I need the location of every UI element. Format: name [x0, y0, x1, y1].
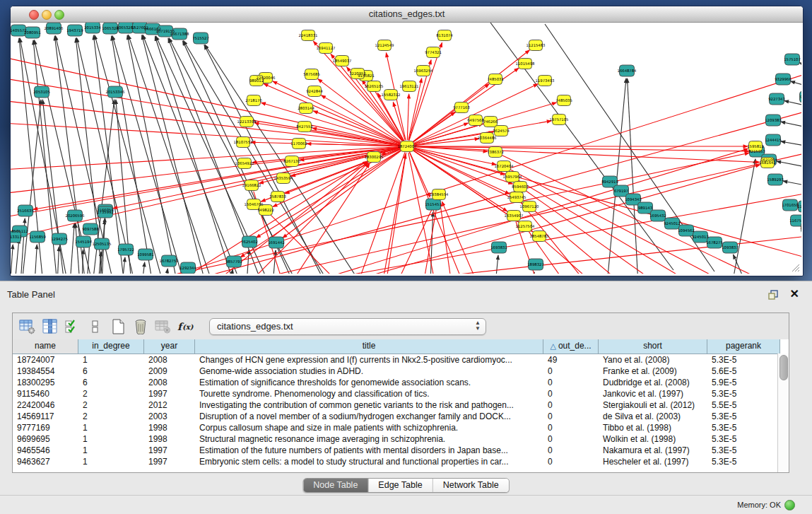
- table-row[interactable]: 1830029562008Estimation of significance …: [13, 377, 789, 388]
- column-header-title[interactable]: title: [195, 339, 543, 354]
- table-cell[interactable]: Embryonic stem cells: a model to study s…: [195, 456, 543, 467]
- table-vertical-scrollbar[interactable]: [777, 354, 789, 472]
- table-cell[interactable]: 0: [543, 433, 599, 445]
- table-row[interactable]: 1872400712008Changes of HCN gene express…: [13, 354, 789, 366]
- table-cell[interactable]: 0: [543, 456, 599, 467]
- column-header-short[interactable]: short: [599, 339, 707, 354]
- table-row[interactable]: 946554611997Estimation of the future num…: [13, 445, 789, 456]
- table-cell[interactable]: 6: [78, 377, 144, 388]
- network-view-window[interactable]: citations_edges.txt 14055722080951208914…: [10, 6, 804, 276]
- table-cell[interactable]: 5.3E-5: [707, 411, 780, 422]
- table-row[interactable]: 1938455462009Genome-wide association stu…: [13, 366, 789, 377]
- close-icon[interactable]: ✕: [790, 287, 799, 300]
- table-cell[interactable]: 0: [543, 445, 599, 456]
- table-row[interactable]: 946362711997Embryonic stem cells: a mode…: [13, 456, 789, 467]
- citation-network-graph[interactable]: 1405572208095120891406194371920153341065…: [11, 23, 801, 274]
- table-row[interactable]: 2242004622012Investigating the contribut…: [13, 399, 789, 411]
- table-cell[interactable]: 9465546: [13, 445, 78, 456]
- table-cell[interactable]: 5.3E-5: [707, 422, 780, 433]
- table-cell[interactable]: 0: [543, 422, 599, 433]
- table-cell[interactable]: 0: [543, 411, 599, 422]
- column-header-year[interactable]: year: [144, 339, 195, 354]
- table-cell[interactable]: 5.3E-5: [707, 445, 780, 456]
- table-cell[interactable]: 0: [543, 366, 599, 377]
- table-cell[interactable]: Wolkin et al. (1998): [599, 433, 707, 445]
- table-cell[interactable]: 18724007: [13, 354, 78, 366]
- resize-grip-icon[interactable]: [790, 262, 800, 272]
- table-cell[interactable]: Changes of HCN gene expression and I(f) …: [195, 354, 543, 366]
- table-cell[interactable]: 2008: [144, 354, 195, 366]
- table-cell[interactable]: 1998: [144, 422, 195, 433]
- function-builder-icon[interactable]: f(x): [177, 317, 195, 336]
- select-all-icon[interactable]: [64, 317, 82, 336]
- table-cell[interactable]: 1: [78, 422, 144, 433]
- table-cell[interactable]: 0: [543, 377, 599, 388]
- table-cell[interactable]: 2: [78, 388, 144, 399]
- table-cell[interactable]: Yano et al. (2008): [599, 354, 707, 366]
- table-cell[interactable]: Genome-wide association studies in ADHD.: [195, 366, 543, 377]
- tab-edge-table[interactable]: Edge Table: [368, 479, 433, 492]
- table-cell[interactable]: Stergiakouli et al. (2012): [599, 399, 707, 411]
- table-cell[interactable]: 9115460: [13, 388, 78, 399]
- table-cell[interactable]: 9777169: [13, 422, 78, 433]
- table-cell[interactable]: 14569117: [13, 411, 78, 422]
- table-cell[interactable]: Disruption of a novel member of a sodium…: [195, 411, 543, 422]
- table-cell[interactable]: 1997: [144, 388, 195, 399]
- table-cell[interactable]: 18300295: [13, 377, 78, 388]
- table-cell[interactable]: 5.6E-5: [707, 366, 780, 377]
- table-row[interactable]: 1456911722003Disruption of a novel membe…: [13, 411, 789, 422]
- float-window-icon[interactable]: [767, 288, 779, 301]
- table-cell[interactable]: 0: [543, 399, 599, 411]
- table-body[interactable]: 1872400712008Changes of HCN gene express…: [13, 354, 789, 467]
- table-cell[interactable]: 2: [78, 411, 144, 422]
- table-cell[interactable]: 1998: [144, 433, 195, 445]
- delete-rows-icon[interactable]: [131, 317, 150, 336]
- table-cell[interactable]: 5.3E-5: [707, 388, 780, 399]
- table-cell[interactable]: 5.3E-5: [707, 456, 780, 467]
- table-cell[interactable]: 2: [78, 399, 144, 411]
- tab-network-table[interactable]: Network Table: [433, 479, 509, 492]
- table-cell[interactable]: 19384554: [13, 366, 78, 377]
- table-cell[interactable]: 5.3E-5: [707, 354, 780, 366]
- table-header-row[interactable]: namein_degreeyeartitle△out_de...shortpag…: [13, 339, 789, 354]
- table-cell[interactable]: 2012: [144, 399, 195, 411]
- table-cell[interactable]: Estimation of significance thresholds fo…: [195, 377, 543, 388]
- node-table[interactable]: namein_degreeyeartitle△out_de...shortpag…: [13, 339, 789, 472]
- show-columns-icon[interactable]: [41, 317, 59, 336]
- table-cell[interactable]: Tibbo et al. (1998): [599, 422, 707, 433]
- table-cell[interactable]: Nakamura et al. (1997): [599, 445, 707, 456]
- table-row[interactable]: 911546021997Tourette syndrome. Phenomeno…: [13, 388, 789, 399]
- table-cell[interactable]: 6: [78, 366, 144, 377]
- table-cell[interactable]: Structural magnetic resonance image aver…: [195, 433, 543, 445]
- table-row[interactable]: 977716911998Corpus callosum shape and si…: [13, 422, 789, 433]
- network-canvas[interactable]: 1405572208095120891406194371920153341065…: [11, 23, 801, 274]
- table-selector-dropdown[interactable]: citations_edges.txt ▲▼: [209, 318, 486, 335]
- table-cell[interactable]: Corpus callosum shape and size in male p…: [195, 422, 543, 433]
- table-cell[interactable]: 0: [543, 388, 599, 399]
- table-cell[interactable]: Dudbridge et al. (2008): [599, 377, 707, 388]
- table-cell[interactable]: 1: [78, 445, 144, 456]
- table-cell[interactable]: Franke et al. (2009): [599, 366, 707, 377]
- table-cell[interactable]: Hescheler et al. (1997): [599, 456, 707, 467]
- table-cell[interactable]: 5.9E-5: [707, 377, 780, 388]
- table-cell[interactable]: 5.3E-5: [707, 433, 780, 445]
- column-header-pagerank[interactable]: pagerank: [707, 339, 780, 354]
- table-options-icon[interactable]: [18, 317, 37, 336]
- table-row[interactable]: 969969511998Structural magnetic resonanc…: [13, 433, 789, 445]
- table-cell[interactable]: 1997: [144, 445, 195, 456]
- column-header-indegree[interactable]: in_degree: [78, 339, 144, 354]
- table-cell[interactable]: Estimation of the future numbers of pati…: [195, 445, 543, 456]
- table-cell[interactable]: 2008: [144, 377, 195, 388]
- table-cell[interactable]: 9463627: [13, 456, 78, 467]
- table-cell[interactable]: 1: [78, 433, 144, 445]
- column-header-name[interactable]: name: [13, 339, 78, 354]
- table-cell[interactable]: 1997: [144, 456, 195, 467]
- unselect-all-icon[interactable]: [86, 317, 105, 336]
- table-cell[interactable]: 9699695: [13, 433, 78, 445]
- table-cell[interactable]: 1: [78, 456, 144, 467]
- column-header-outde[interactable]: △out_de...: [543, 339, 599, 354]
- tab-node-table[interactable]: Node Table: [303, 479, 368, 492]
- table-cell[interactable]: Tourette syndrome. Phenomenology and cla…: [195, 388, 543, 399]
- table-cell[interactable]: Investigating the contribution of common…: [195, 399, 543, 411]
- new-table-icon[interactable]: [109, 317, 127, 336]
